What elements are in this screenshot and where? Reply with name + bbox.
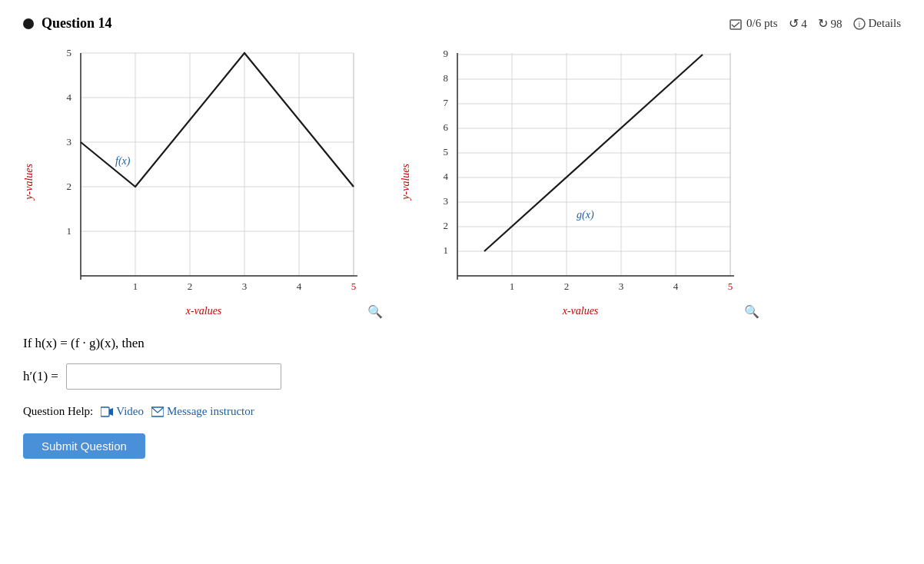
svg-rect-62 <box>101 407 109 416</box>
graph-f-area: 1 2 3 4 5 1 2 3 4 5 f(x) <box>38 45 369 317</box>
graphs-row: y-values <box>23 45 901 317</box>
svg-text:4: 4 <box>297 280 302 292</box>
svg-text:4: 4 <box>444 171 449 182</box>
graph-f-y-label: y-values <box>23 164 35 200</box>
graph-g-svg: 1 2 3 4 5 6 7 8 9 1 2 3 4 5 <box>415 45 746 307</box>
svg-text:5: 5 <box>67 47 72 58</box>
graph-f-zoom[interactable]: 🔍 <box>367 304 383 319</box>
help-row: Question Help: Video Message instructor <box>23 405 901 418</box>
question-title: Question 14 <box>23 15 112 32</box>
submit-button[interactable]: Submit Question <box>23 433 145 459</box>
svg-text:i: i <box>858 20 860 28</box>
graph-g-container: y-values <box>400 45 746 317</box>
details-link[interactable]: i Details <box>853 17 902 30</box>
answer-row: h′(1) = <box>23 363 901 390</box>
svg-text:9: 9 <box>444 48 449 59</box>
svg-text:5: 5 <box>728 280 733 292</box>
envelope-icon <box>151 406 164 417</box>
svg-text:1: 1 <box>444 244 449 256</box>
svg-text:4: 4 <box>67 91 72 103</box>
svg-text:5: 5 <box>444 146 449 158</box>
svg-text:2: 2 <box>444 220 449 231</box>
svg-text:1: 1 <box>67 225 72 237</box>
svg-text:3: 3 <box>67 136 72 148</box>
graph-g-area: 1 2 3 4 5 6 7 8 9 1 2 3 4 5 <box>415 45 746 317</box>
svg-text:6: 6 <box>444 121 449 133</box>
info-icon: i <box>853 18 866 30</box>
svg-text:7: 7 <box>444 97 449 108</box>
svg-text:5: 5 <box>351 280 357 292</box>
help-label: Question Help: <box>23 405 93 418</box>
svg-text:f(x): f(x) <box>115 155 131 168</box>
page-header: Question 14 0/6 pts ↺ 4 ↻ 98 i Details <box>23 15 901 32</box>
graph-f-container: y-values <box>23 45 369 317</box>
graph-g-zoom[interactable]: 🔍 <box>744 304 759 319</box>
svg-text:2: 2 <box>67 181 72 192</box>
svg-text:1: 1 <box>133 280 138 292</box>
svg-text:1: 1 <box>510 280 515 292</box>
header-right: 0/6 pts ↺ 4 ↻ 98 i Details <box>730 16 901 31</box>
svg-text:3: 3 <box>444 195 449 207</box>
message-instructor-link[interactable]: Message instructor <box>151 405 254 418</box>
dot-icon <box>23 18 34 29</box>
check-icon <box>730 19 742 30</box>
pts-info: 0/6 pts <box>730 17 777 30</box>
answer-input[interactable] <box>66 363 281 390</box>
svg-text:4: 4 <box>673 280 679 292</box>
undo-info: ↺ 4 <box>789 16 807 31</box>
video-link[interactable]: Video <box>101 405 144 418</box>
graph-g-y-label: y-values <box>400 164 412 200</box>
question-number: Question 14 <box>42 15 112 32</box>
svg-text:3: 3 <box>242 280 248 292</box>
svg-text:2: 2 <box>564 280 570 292</box>
svg-text:3: 3 <box>619 280 624 292</box>
condition-line: If h(x) = (f · g)(x), then <box>23 336 901 351</box>
video-icon <box>101 406 113 417</box>
svg-text:8: 8 <box>444 72 449 84</box>
svg-marker-63 <box>109 408 113 416</box>
question-body: If h(x) = (f · g)(x), then h′(1) = Quest… <box>23 336 901 459</box>
graph-f-svg: 1 2 3 4 5 1 2 3 4 5 f(x) <box>38 45 369 307</box>
redo-info: ↻ 98 <box>818 16 843 31</box>
svg-text:g(x): g(x) <box>577 209 594 221</box>
answer-label: h′(1) = <box>23 369 58 384</box>
svg-text:2: 2 <box>188 280 193 292</box>
